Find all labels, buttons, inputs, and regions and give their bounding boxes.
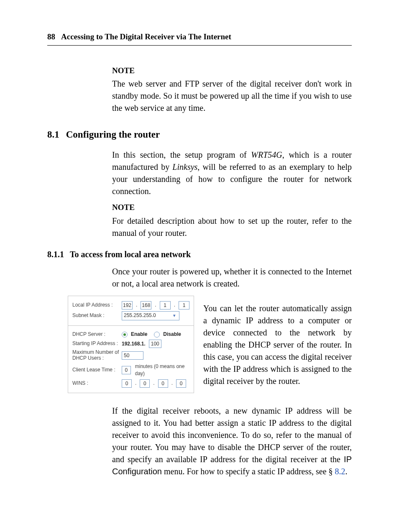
after-figure-text: If the digital receiver reboots, a new d…	[112, 405, 352, 478]
row-lease: Client Lease Time : 0 minutes (0 means o…	[72, 363, 189, 378]
page-number: 88	[47, 31, 55, 43]
label-max-users: Maximum Number of DHCP Users :	[72, 350, 119, 361]
t: .	[345, 467, 348, 476]
figure-and-text: Local IP Address : 192. 168. 1. 1 Subnet…	[47, 294, 352, 396]
ip-octet-2[interactable]: 168	[141, 301, 151, 309]
t: menu. For how to specify a static IP add…	[162, 467, 335, 476]
t: If the digital receiver reboots, a new d…	[112, 406, 352, 464]
dot: .	[152, 380, 155, 387]
label-wins: WINS :	[72, 381, 119, 386]
label-dhcp-server: DHCP Server :	[72, 332, 119, 338]
ip-octet-3[interactable]: 1	[160, 301, 171, 309]
subsection-title: To access from local area network	[70, 248, 191, 261]
lease-value[interactable]: 0	[122, 366, 131, 374]
radio-disable[interactable]	[154, 332, 160, 338]
vendor-name: Linksys	[172, 162, 197, 171]
radio-enable-label: Enable	[131, 331, 147, 338]
subnet-select[interactable]: 255.255.255.0 ▾	[122, 311, 179, 320]
note-heading: NOTE	[112, 65, 352, 77]
chapter-title: Accessing to The Digital Receiver via Th…	[61, 31, 231, 43]
dot: .	[154, 302, 157, 309]
t: In this section, the setup program of	[112, 150, 251, 159]
section-number: 8.1	[47, 128, 59, 141]
running-head: 88 Accessing to The Digital Receiver via…	[47, 31, 352, 46]
ip-octet-1[interactable]: 192	[122, 301, 133, 309]
section-intro: In this section, the setup program of WR…	[112, 149, 352, 239]
fig-block-network: Local IP Address : 192. 168. 1. 1 Subnet…	[68, 296, 194, 325]
dot: .	[134, 380, 137, 387]
row-wins: WINS : 0. 0. 0. 0	[72, 379, 189, 388]
row-starting-ip: Starting IP Address : 192.168.1. 100	[72, 340, 189, 348]
note-1: NOTE The web server and FTP server of th…	[112, 65, 352, 115]
wins-1[interactable]: 0	[122, 379, 132, 388]
page: 88 Accessing to The Digital Receiver via…	[0, 0, 399, 532]
starting-ip-value[interactable]: 100	[149, 340, 161, 348]
row-local-ip: Local IP Address : 192. 168. 1. 1	[72, 301, 189, 309]
fig-block-dhcp: DHCP Server : Enable Disable Starting IP…	[68, 325, 194, 393]
radio-disable-label: Disable	[163, 331, 181, 338]
wins-2[interactable]: 0	[140, 379, 150, 388]
max-users-value[interactable]: 50	[122, 351, 143, 360]
subsection-lead: Once your router is powered up, whether …	[112, 266, 352, 290]
wins-4[interactable]: 0	[176, 379, 186, 388]
row-subnet: Subnet Mask : 255.255.255.0 ▾	[72, 311, 189, 320]
radio-enable[interactable]	[122, 332, 128, 338]
subnet-value: 255.255.255.0	[124, 312, 156, 319]
ip-octet-4[interactable]: 1	[179, 301, 189, 309]
section-title: Configuring the router	[66, 128, 160, 141]
wins-3[interactable]: 0	[158, 379, 168, 388]
intro-text: In this section, the setup program of WR…	[112, 149, 352, 197]
router-settings-figure: Local IP Address : 192. 168. 1. 1 Subnet…	[68, 296, 194, 393]
note-body: For detailed description about how to se…	[112, 215, 352, 239]
chevron-down-icon: ▾	[171, 313, 177, 319]
lease-suffix: minutes (0 means one day)	[135, 363, 189, 378]
label-starting-ip: Starting IP Address :	[72, 341, 119, 347]
note-body: The web server and FTP server of the dig…	[112, 78, 352, 114]
row-dhcp-server: DHCP Server : Enable Disable	[72, 331, 189, 338]
after-text: If the digital receiver reboots, a new d…	[112, 405, 352, 478]
lead-text: Once your router is powered up, whether …	[112, 266, 352, 290]
dot: .	[135, 302, 138, 309]
label-lease: Client Lease Time :	[72, 367, 119, 373]
row-max-users: Maximum Number of DHCP Users : 50	[72, 350, 189, 361]
subsection-number: 8.1.1	[47, 248, 64, 261]
dot: .	[171, 380, 174, 387]
label-local-ip: Local IP Address :	[72, 302, 119, 308]
dot: .	[173, 302, 176, 309]
starting-ip-prefix: 192.168.1.	[122, 340, 146, 348]
router-model: WRT54G	[251, 150, 282, 159]
label-subnet: Subnet Mask :	[72, 313, 119, 319]
note-heading: NOTE	[112, 202, 352, 213]
section-heading: 8.1 Configuring the router	[47, 128, 352, 141]
subsection-heading: 8.1.1 To access from local area network	[47, 248, 352, 261]
cross-reference-link[interactable]: 8.2	[335, 467, 345, 476]
